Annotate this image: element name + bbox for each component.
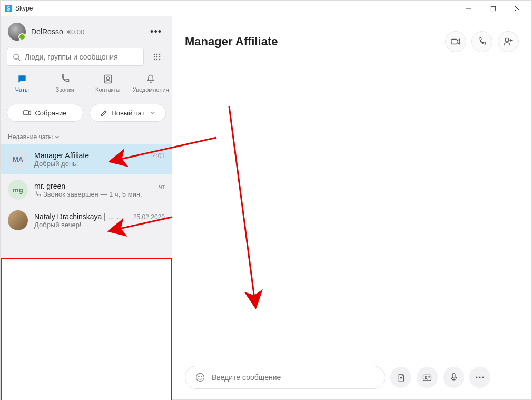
phone-icon	[60, 73, 70, 85]
search-row	[1, 44, 172, 71]
svg-point-13	[156, 59, 158, 61]
button-label: Новый чат	[111, 109, 144, 117]
maximize-button[interactable]	[481, 1, 505, 16]
close-button[interactable]	[505, 1, 529, 16]
video-icon	[23, 109, 32, 116]
nav-tabs: Чаты Звонки Контакты	[1, 71, 172, 97]
svg-point-24	[425, 376, 427, 378]
chat-body: mr. green чт Звонок завершен — 1 ч, 5 ми…	[34, 182, 165, 198]
chat-body: Manager Affiliate 14:01 Добрый день!	[34, 151, 165, 168]
chat-list-item[interactable]: Nataly Drachinskaya | ... 🐤🐤 25.02.2020 …	[1, 205, 172, 236]
more-options-button[interactable]	[469, 367, 490, 388]
nav-notifications[interactable]: Уведомления	[132, 73, 170, 93]
compose-icon	[100, 109, 108, 117]
attach-file-button[interactable]	[390, 367, 411, 388]
nav-label: Контакты	[95, 86, 121, 93]
titlebar: S Skype	[1, 1, 531, 16]
svg-point-8	[159, 54, 161, 55]
conversation-header: Manager Affiliate	[172, 16, 531, 67]
chat-name: Nataly Drachinskaya | ... 🐤🐤	[34, 212, 130, 221]
chat-time: 14:01	[149, 152, 165, 160]
button-label: Собрание	[35, 109, 66, 117]
chat-name: Manager Affiliate	[34, 151, 89, 160]
contacts-icon	[103, 73, 113, 85]
svg-point-21	[199, 376, 199, 377]
profile-row[interactable]: DelRosso €0,00 •••	[1, 16, 172, 44]
contact-card-icon	[422, 374, 432, 382]
message-area	[172, 67, 531, 362]
more-menu-button[interactable]: •••	[147, 26, 165, 37]
message-input[interactable]	[212, 373, 375, 382]
svg-rect-15	[104, 75, 111, 83]
chat-body: Nataly Drachinskaya | ... 🐤🐤 25.02.2020 …	[34, 212, 165, 229]
svg-rect-17	[24, 111, 29, 115]
user-name: DelRosso	[31, 27, 63, 36]
dialpad-button[interactable]	[148, 48, 166, 66]
search-input[interactable]	[25, 53, 138, 61]
svg-point-9	[154, 56, 155, 58]
svg-rect-25	[452, 374, 455, 378]
app-window: S Skype DelRosso €0,00 •••	[0, 0, 532, 400]
window-title: Skype	[15, 5, 33, 12]
chat-list-item[interactable]: mg mr. green чт Звонок завершен — 1 ч, 5…	[1, 174, 172, 205]
nav-chats[interactable]: Чаты	[3, 73, 41, 93]
search-field[interactable]	[7, 48, 144, 66]
conversation-title: Manager Affiliate	[185, 35, 278, 48]
phone-icon	[34, 191, 41, 198]
svg-point-27	[479, 376, 480, 378]
emoji-icon: 🐤🐤	[116, 212, 130, 221]
chat-time: 25.02.2020	[133, 213, 165, 221]
svg-point-14	[159, 59, 161, 61]
chat-list-item[interactable]: MA Manager Affiliate 14:01 Добрый день!	[1, 144, 172, 174]
svg-point-16	[106, 77, 109, 80]
chat-avatar: MA	[8, 149, 28, 169]
audio-call-button[interactable]	[471, 31, 492, 52]
emoji-icon[interactable]	[195, 372, 205, 383]
svg-point-11	[159, 56, 161, 58]
svg-rect-1	[491, 6, 495, 11]
chat-name: mr. green	[34, 182, 65, 190]
skype-logo-icon: S	[5, 5, 12, 12]
nav-contacts[interactable]: Контакты	[89, 73, 127, 93]
chat-preview: Добрый день!	[34, 160, 165, 168]
nav-label: Звонки	[55, 86, 74, 93]
user-avatar[interactable]	[8, 23, 26, 41]
chat-avatar	[8, 210, 28, 230]
header-actions	[445, 31, 519, 52]
conversation-panel: Manager Affiliate	[172, 16, 531, 399]
recent-chats-header[interactable]: Недавние чаты	[1, 128, 172, 144]
svg-point-26	[476, 376, 477, 378]
phone-icon	[478, 37, 487, 46]
minimize-button[interactable]	[457, 1, 481, 16]
svg-point-22	[201, 376, 202, 377]
svg-point-20	[196, 374, 204, 382]
svg-point-19	[505, 38, 509, 42]
more-icon	[475, 376, 485, 379]
new-chat-button[interactable]: Новый чат	[90, 104, 166, 122]
meeting-button[interactable]: Собрание	[7, 104, 83, 122]
chat-icon	[16, 73, 28, 85]
chat-list: MA Manager Affiliate 14:01 Добрый день! …	[1, 144, 172, 399]
svg-point-12	[154, 59, 155, 61]
app-body: DelRosso €0,00 •••	[1, 16, 531, 399]
action-row: Собрание Новый чат	[1, 97, 172, 128]
svg-point-4	[14, 54, 18, 58]
user-credit[interactable]: €0,00	[67, 28, 85, 36]
svg-line-5	[18, 58, 20, 61]
nav-label: Чаты	[15, 86, 29, 93]
svg-point-28	[482, 376, 484, 378]
contact-card-button[interactable]	[417, 367, 438, 388]
chat-time: чт	[159, 183, 165, 190]
message-input-wrapper[interactable]	[185, 366, 385, 389]
microphone-icon	[450, 373, 458, 382]
svg-point-6	[154, 54, 155, 55]
bell-icon	[145, 73, 156, 85]
chevron-down-icon	[150, 110, 155, 115]
video-icon	[451, 38, 460, 45]
nav-calls[interactable]: Звонки	[46, 73, 84, 93]
add-participant-button[interactable]	[498, 31, 519, 52]
video-call-button[interactable]	[445, 31, 466, 52]
sidebar: DelRosso €0,00 •••	[1, 16, 172, 399]
person-add-icon	[503, 37, 514, 46]
voice-message-button[interactable]	[443, 367, 464, 388]
